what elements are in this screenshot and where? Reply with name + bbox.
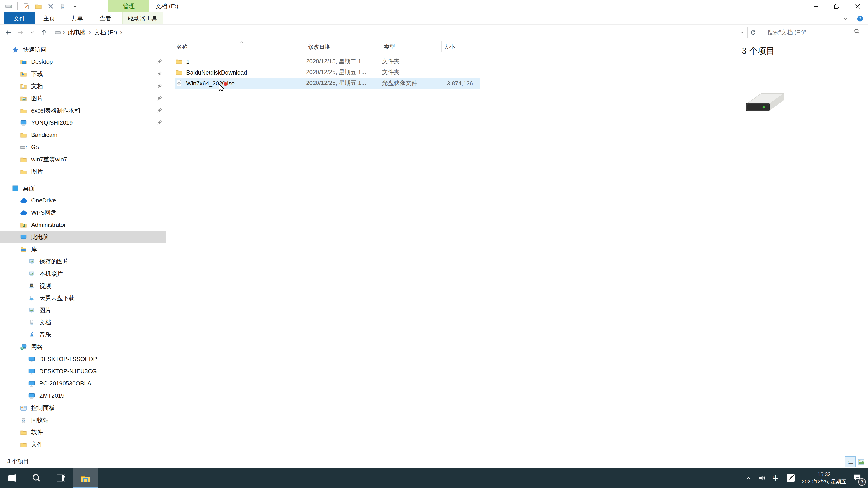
checked-document-icon[interactable]	[21, 1, 32, 11]
notification-badge: 3	[858, 478, 866, 486]
pin-icon	[157, 120, 163, 126]
ime-pen-icon[interactable]	[786, 474, 795, 483]
sidebar-item-软件[interactable]: 软件	[0, 426, 166, 438]
sidebar-item-Bandicam[interactable]: Bandicam	[0, 129, 166, 141]
recycle-bin-icon	[20, 416, 29, 424]
sidebar-item-保存的图片[interactable]: 保存的图片	[0, 255, 166, 267]
column-header-名称[interactable]: 名称	[175, 41, 306, 53]
pin-icon	[157, 95, 163, 101]
minimize-button[interactable]	[806, 0, 827, 12]
restore-button[interactable]	[827, 0, 847, 12]
sidebar-item-OneDrive[interactable]: OneDrive	[0, 194, 166, 206]
window-controls	[806, 0, 868, 12]
sidebar-item-视频[interactable]: 视频	[0, 280, 166, 292]
sidebar-item-label: 音乐	[39, 330, 51, 339]
sidebar-item-天翼云盘下载[interactable]: 天翼云盘下载	[0, 292, 166, 304]
clock-date: 2020/12/25, 星期五	[802, 478, 846, 485]
chevron-down-button[interactable]	[26, 26, 38, 38]
table-row[interactable]: 12020/12/15, 星期二 1...文件夹	[175, 56, 480, 67]
tab-查看[interactable]: 查看	[91, 12, 119, 24]
sidebar-item-excel表格制作求和[interactable]: excel表格制作求和	[0, 104, 166, 117]
address-bar[interactable]: ›此电脑›文档 (E:)›	[52, 26, 737, 38]
sidebar-item-本机照片[interactable]: 本机照片	[0, 267, 166, 280]
chevron-down-icon[interactable]	[841, 14, 850, 23]
sidebar-item-Administrator[interactable]: Administrator	[0, 219, 166, 231]
sidebar-item-库[interactable]: 库	[0, 243, 166, 255]
file-date: 2020/12/25, 星期五 1...	[306, 68, 382, 76]
search-input[interactable]	[767, 29, 854, 36]
table-row[interactable]: Win7x64_2020.iso2020/12/25, 星期五 1...光盘映像…	[175, 78, 480, 89]
search-button[interactable]	[24, 468, 49, 488]
sidebar-item-文件[interactable]: 文件	[0, 438, 166, 451]
forward-button[interactable]	[14, 26, 26, 38]
tab-共享[interactable]: 共享	[63, 12, 91, 24]
sidebar-item-win7重装win7[interactable]: win7重装win7	[0, 153, 166, 165]
column-header-修改日期[interactable]: 修改日期	[306, 41, 382, 53]
up-button[interactable]	[38, 26, 50, 38]
sidebar-item-回收站[interactable]: 回收站	[0, 414, 166, 426]
back-button[interactable]	[3, 26, 14, 38]
sidebar-item-WPS网盘[interactable]: WPS网盘	[0, 206, 166, 219]
magnifier-icon[interactable]	[854, 28, 860, 37]
user-folder-icon	[20, 221, 29, 228]
file-explorer-button[interactable]	[73, 468, 98, 488]
search-box[interactable]	[763, 26, 864, 38]
sidebar-item-G:\[interactable]: ?G:\	[0, 141, 166, 153]
speaker-icon[interactable]	[758, 475, 766, 482]
tab-主页[interactable]: 主页	[35, 12, 63, 24]
sidebar-item-网络[interactable]: 网络	[0, 341, 166, 353]
drive-unknown-icon: ?	[20, 143, 29, 151]
sidebar-item-YUNQISHI2019[interactable]: YUNQISHI2019	[0, 117, 166, 129]
sidebar-item-label: DESKTOP-NJEU3CG	[39, 368, 97, 375]
recycle-bin-icon[interactable]	[57, 1, 68, 11]
sidebar-item-文档[interactable]: 文档	[0, 80, 166, 92]
sidebar-item-文档[interactable]: 文档	[0, 316, 166, 328]
notification-center-button[interactable]: 3	[853, 473, 862, 483]
sidebar-item-DESKTOP-NJEU3CG[interactable]: DESKTOP-NJEU3CG	[0, 365, 166, 377]
task-view-button[interactable]	[49, 468, 73, 488]
start-button[interactable]	[0, 468, 24, 488]
details-pane: 3 个项目	[729, 40, 868, 455]
library-pictures-icon	[28, 258, 37, 265]
sidebar-item-音乐[interactable]: 音乐	[0, 328, 166, 341]
breadcrumb-segment[interactable]: 文档 (E:)	[92, 28, 119, 36]
dropdown-icon[interactable]	[70, 1, 81, 11]
refresh-button[interactable]	[748, 26, 759, 38]
sidebar-item-DESKTOP-LSSOEDP[interactable]: DESKTOP-LSSOEDP	[0, 353, 166, 365]
item-count-heading: 3 个项目	[742, 45, 868, 57]
sidebar-item-桌面[interactable]: 桌面	[0, 182, 166, 194]
pin-icon	[157, 107, 163, 113]
details-view-button[interactable]	[845, 456, 856, 467]
sidebar-item-此电脑[interactable]: 此电脑	[0, 231, 166, 243]
sidebar-item-控制面板[interactable]: 控制面板	[0, 402, 166, 414]
ime-language-indicator[interactable]: 中	[772, 474, 779, 482]
sidebar-item-下载[interactable]: 下载	[0, 68, 166, 80]
breadcrumb-segment[interactable]: 此电脑	[66, 28, 88, 36]
help-icon[interactable]: ?	[855, 14, 864, 23]
network-icon	[20, 343, 29, 350]
column-header-大小[interactable]: 大小	[442, 41, 480, 53]
sidebar-item-PC-20190530OBLA[interactable]: PC-20190530OBLA	[0, 377, 166, 390]
hard-drive-icon	[743, 90, 786, 116]
sidebar-item-图片[interactable]: 图片	[0, 304, 166, 316]
address-bar-cells	[737, 26, 759, 38]
column-header-类型[interactable]: 类型	[382, 41, 442, 53]
control-panel-icon	[20, 404, 29, 412]
close-icon[interactable]	[45, 1, 56, 11]
folder-icon[interactable]	[33, 1, 44, 11]
thumbnail-view-button[interactable]	[856, 456, 867, 467]
taskbar-clock[interactable]: 16:32 2020/12/25, 星期五	[802, 471, 846, 485]
drive-icon[interactable]	[3, 1, 14, 11]
chevron-up-icon[interactable]	[745, 475, 752, 482]
sidebar-item-图片[interactable]: 图片	[0, 165, 166, 177]
sidebar-item-ZMT2019[interactable]: ZMT2019	[0, 390, 166, 402]
sidebar-item-Desktop[interactable]: Desktop	[0, 56, 166, 68]
tab-驱动器工具[interactable]: 驱动器工具	[122, 12, 163, 24]
table-row[interactable]: BaiduNetdiskDownload2020/12/25, 星期五 1...…	[175, 67, 480, 78]
folder-icon	[20, 156, 29, 163]
close-button[interactable]	[847, 0, 868, 12]
sidebar-item-图片[interactable]: 图片	[0, 92, 166, 104]
sidebar-item-快速访问[interactable]: 快速访问	[0, 43, 166, 56]
address-dropdown-button[interactable]	[737, 26, 748, 38]
tab-文件[interactable]: 文件	[4, 12, 35, 24]
